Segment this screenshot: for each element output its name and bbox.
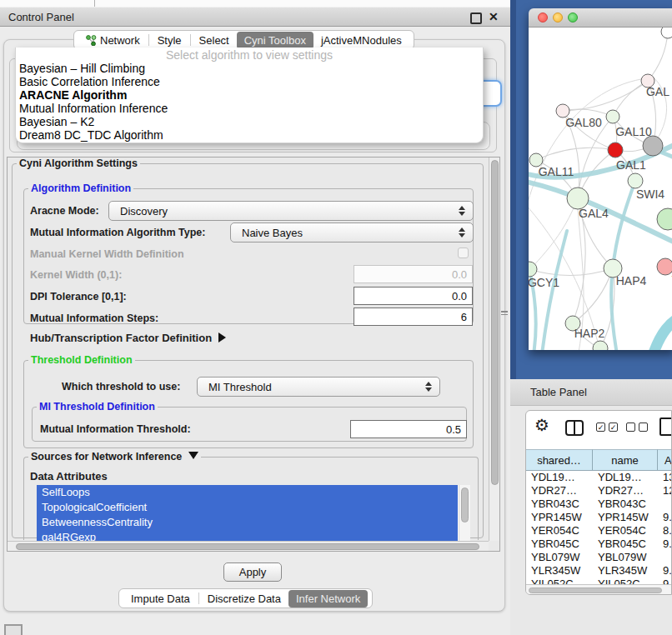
manual-kernel-checkbox[interactable]: [458, 248, 469, 258]
dropdown-item[interactable]: Bayesian – Hill Climbing: [19, 62, 145, 75]
kernel-width-field[interactable]: 0.0: [354, 265, 473, 283]
table-row[interactable]: YBR045CYBR045C9.: [526, 538, 671, 551]
settings-horizontal-scrollbar[interactable]: [8, 541, 489, 551]
column-header[interactable]: name: [593, 449, 658, 471]
which-threshold-label: Which threshold to use:: [62, 381, 180, 392]
panel-splitter[interactable]: [501, 309, 508, 317]
table-cell: 9.: [658, 511, 671, 524]
data-attributes-list: SelfLoopsTopologicalCoefficientBetweenne…: [37, 485, 470, 542]
zoom-traffic-light-icon[interactable]: [568, 12, 578, 22]
network-edge: [536, 148, 615, 160]
column-header[interactable]: A: [658, 449, 672, 471]
expanded-arrow-icon: [188, 452, 198, 459]
table-cell: YPR145W: [593, 511, 658, 524]
top-strip-divider: [94, 0, 95, 7]
close-icon[interactable]: ✕: [489, 10, 499, 23]
apply-button[interactable]: Apply: [223, 562, 282, 582]
table-panel: ⚙ ✓✓ shared…nameA YDL19…YDL19…13YDR27…YD…: [525, 410, 672, 595]
table-row[interactable]: YPR145WYPR145W9.: [526, 511, 671, 524]
mi-threshold-value: 0.5: [446, 423, 461, 436]
network-node[interactable]: [661, 28, 672, 38]
attributes-scrollbar[interactable]: [459, 485, 470, 542]
mi-steps-label: Mutual Information Steps:: [30, 312, 158, 324]
tab-discretize-data[interactable]: Discretize Data: [200, 590, 288, 608]
columns-icon[interactable]: [565, 420, 584, 436]
table-cell: YDL19…: [593, 471, 658, 484]
network-node-y[interactable]: [657, 258, 672, 275]
table-row[interactable]: YER054CYER054C8.: [526, 524, 671, 538]
dropdown-item[interactable]: Dream8 DC_TDC Algorithm: [19, 128, 163, 142]
table-row[interactable]: YBL079WYBL079W: [526, 551, 671, 564]
network-node[interactable]: [593, 341, 608, 350]
dropdown-item[interactable]: Bayesian – K2: [19, 115, 94, 128]
network-edge: [648, 32, 668, 81]
minimize-traffic-light-icon[interactable]: [553, 12, 563, 22]
network-node[interactable]: [643, 136, 663, 156]
tab-label: Cyni Toolbox: [244, 34, 306, 47]
attribute-list-item[interactable]: TopologicalCoefficient: [37, 500, 458, 515]
mi-threshold-group-title: MI Threshold Definition: [37, 401, 158, 412]
network-node[interactable]: [657, 208, 672, 230]
table-row[interactable]: YDL19…YDL19…13: [526, 471, 671, 484]
table-row[interactable]: YDR27…YDR27…12: [526, 484, 671, 498]
tab-cyni-toolbox[interactable]: Cyni Toolbox: [237, 32, 313, 49]
tab-impute-data[interactable]: Impute Data: [123, 590, 198, 608]
document-icon[interactable]: [659, 418, 672, 436]
table-horizontal-scrollbar[interactable]: [526, 584, 671, 595]
cyni-settings-group-title: Cyni Algorithm Settings: [17, 158, 140, 169]
tab-label: jActiveMNodules: [321, 34, 402, 47]
collapsed-arrow-icon: [218, 332, 226, 342]
control-panel-title: Control Panel: [8, 11, 74, 23]
table-cell: YBR043C: [593, 498, 658, 511]
tab-network[interactable]: Network: [78, 32, 148, 49]
mi-type-select[interactable]: Naive Bayes: [230, 222, 474, 242]
network-node-gal1[interactable]: [608, 142, 623, 158]
manual-kernel-label: Manual Kernel Width Definition: [30, 248, 184, 260]
mi-type-label: Mutual Information Algorithm Type:: [30, 227, 205, 238]
sources-toggle[interactable]: Sources for Network Inference: [28, 451, 201, 462]
deselect-all-checks-icon[interactable]: [626, 422, 648, 432]
dropdown-item[interactable]: Mutual Information Inference: [19, 102, 168, 115]
table-cell: YDR27…: [593, 484, 658, 498]
float-window-icon[interactable]: [470, 12, 482, 24]
dropdown-item[interactable]: Basic Correlation Inference: [19, 75, 160, 88]
algorithm-definition-title: Algorithm Definition: [28, 182, 133, 194]
network-node-gal10[interactable]: [606, 110, 619, 123]
table-cell: YDL19…: [526, 471, 593, 484]
table-cell: [658, 498, 671, 511]
tab-label: Select: [199, 34, 229, 47]
attribute-list-item[interactable]: gal4RGexp: [37, 530, 458, 542]
tab-style[interactable]: Style: [150, 32, 189, 49]
network-window-titlebar[interactable]: [529, 8, 672, 28]
tab-infer-network[interactable]: Infer Network: [288, 590, 368, 608]
table-row[interactable]: YBR043CYBR043C: [526, 498, 671, 511]
network-node-gcy1[interactable]: [529, 262, 537, 277]
gear-icon[interactable]: ⚙: [534, 417, 549, 433]
column-header[interactable]: shared…: [526, 449, 593, 471]
dpi-tolerance-field[interactable]: 0.0: [354, 287, 473, 305]
settings-vertical-scrollbar[interactable]: [489, 158, 499, 541]
attribute-list-item[interactable]: BetweennessCentrality: [37, 515, 458, 530]
minimized-panel-icon[interactable]: [4, 624, 23, 635]
hub-definition-toggle[interactable]: Hub/Transcription Factor Definition: [30, 332, 226, 344]
tab-select[interactable]: Select: [192, 32, 237, 49]
tab-label: Network: [100, 34, 140, 47]
close-traffic-light-icon[interactable]: [538, 12, 548, 22]
network-node-swi4[interactable]: [628, 173, 643, 188]
table-cell: 13: [658, 471, 671, 484]
network-canvas[interactable]: GALGAL80GAL10GAL1GAL11SWI4GAL4GCY1HAP4YH…: [529, 28, 672, 350]
which-threshold-select[interactable]: MI Threshold: [197, 377, 440, 397]
table-row[interactable]: YLR345WYLR345W9.: [526, 564, 671, 578]
dropdown-item[interactable]: ARACNE Algorithm: [19, 88, 127, 102]
select-all-checks-icon[interactable]: ✓✓: [596, 422, 618, 432]
tab-jactivemnodules[interactable]: jActiveMNodules: [313, 32, 409, 49]
aracne-mode-select[interactable]: Discovery: [108, 201, 474, 221]
table-row[interactable]: YIL052CYIL052C9: [526, 578, 671, 584]
table-header: shared…nameA: [526, 449, 671, 471]
mi-steps-value: 6: [461, 311, 467, 323]
mi-steps-field[interactable]: 6: [354, 308, 473, 326]
attribute-list-item[interactable]: SelfLoops: [37, 485, 458, 500]
table-cell: YBR045C: [526, 538, 593, 551]
hub-definition-label: Hub/Transcription Factor Definition: [30, 332, 212, 344]
mi-threshold-field[interactable]: 0.5: [350, 420, 467, 438]
